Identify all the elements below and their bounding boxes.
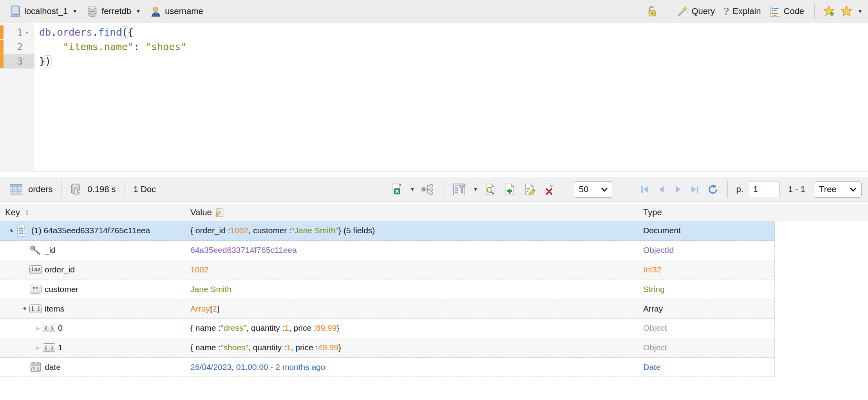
row-type: Int32 bbox=[638, 260, 775, 279]
row-value[interactable]: 1002 bbox=[185, 260, 638, 279]
question-mark-icon: ? bbox=[723, 5, 729, 18]
expand-arrow-icon[interactable]: ▶ bbox=[34, 325, 42, 331]
table-row[interactable]: ▶{ }1{ name : "shoes", quantity : 1, pri… bbox=[0, 338, 775, 358]
result-actions: ▼ ▼ bbox=[390, 177, 613, 202]
chevron-down-icon[interactable]: ▼ bbox=[473, 187, 478, 192]
date-icon bbox=[29, 361, 42, 373]
add-document-button[interactable] bbox=[503, 183, 517, 196]
row-value[interactable]: 64a35eed633714f765c11eea bbox=[185, 241, 638, 260]
user-info[interactable]: username bbox=[151, 6, 203, 17]
changed-line-marker bbox=[0, 40, 4, 54]
document-edit-icon bbox=[523, 183, 536, 196]
gutter-cell[interactable]: 1▾ bbox=[0, 25, 34, 40]
object-icon: { } bbox=[42, 343, 56, 352]
row-value[interactable]: Jane Smith bbox=[185, 279, 638, 299]
schema-diagram-icon bbox=[421, 184, 434, 195]
result-stats: orders 0.198 s 1 Doc bbox=[9, 177, 156, 202]
row-type: Date bbox=[638, 358, 775, 377]
gutter-cell[interactable]: 3 bbox=[0, 54, 34, 68]
changed-line-marker bbox=[0, 54, 4, 68]
query-editor[interactable]: 1▾db.orders.find({2 "items.name": "shoes… bbox=[0, 23, 868, 171]
row-value[interactable]: { name : "shoes", quantity : 1, price : … bbox=[185, 338, 638, 357]
table-row[interactable]: date26/04/2023, 01:00:00 - 2 months agoD… bbox=[0, 358, 775, 377]
table-row[interactable]: _id64a35eed633714f765c11eeaObjectId bbox=[0, 241, 775, 260]
chevron-down-icon bbox=[601, 187, 608, 192]
collapse-arrow-icon[interactable]: ▼ bbox=[20, 306, 29, 312]
next-page-icon[interactable] bbox=[673, 184, 684, 195]
database-name: ferretdb bbox=[101, 6, 131, 16]
code-text[interactable]: }) bbox=[34, 56, 51, 67]
user-icon bbox=[151, 6, 161, 17]
row-value[interactable]: { order_id : 1002, customer : "Jane Smit… bbox=[185, 221, 638, 240]
row-key: date bbox=[42, 362, 61, 372]
explain-button[interactable]: ? Explain bbox=[721, 5, 763, 18]
panel-splitter[interactable] bbox=[0, 171, 868, 177]
column-header-type[interactable]: Type bbox=[638, 204, 775, 221]
sort-icon[interactable]: ▲▼ bbox=[25, 209, 29, 216]
row-type: Object bbox=[638, 338, 775, 357]
gutter-cell[interactable]: 2 bbox=[0, 40, 34, 54]
row-key: customer bbox=[42, 285, 78, 294]
previous-page-icon[interactable] bbox=[656, 184, 667, 195]
delete-document-button[interactable] bbox=[542, 183, 556, 196]
edit-document-button[interactable] bbox=[523, 183, 537, 196]
view-mode-select[interactable]: Tree bbox=[814, 181, 862, 198]
table-row[interactable]: ▼(1) 64a35eed633714f765c11eea{ order_id … bbox=[0, 221, 775, 241]
key-header-label: Key bbox=[5, 207, 20, 218]
first-page-icon[interactable] bbox=[640, 184, 651, 195]
connection-selector[interactable]: localhost_1 ▼ bbox=[10, 5, 77, 17]
result-range: 1 - 1 bbox=[788, 184, 805, 195]
chevron-down-icon[interactable]: ▼ bbox=[136, 9, 141, 14]
row-value[interactable]: { name : "dress", quantity : 1, price : … bbox=[185, 319, 638, 338]
divider bbox=[443, 181, 443, 198]
divider bbox=[666, 4, 666, 19]
fold-arrow-icon[interactable]: ▾ bbox=[23, 29, 31, 36]
code-line[interactable]: 1▾db.orders.find({ bbox=[0, 25, 868, 40]
last-page-icon[interactable] bbox=[689, 184, 700, 195]
favorites-star-icon[interactable] bbox=[840, 5, 853, 18]
changed-line-marker bbox=[0, 25, 4, 39]
export-button[interactable] bbox=[390, 183, 404, 196]
results-toolbar: orders 0.198 s 1 Doc ▼ bbox=[0, 177, 868, 202]
code-text[interactable]: db.orders.find({ bbox=[34, 27, 134, 38]
page-number-input[interactable] bbox=[749, 182, 779, 197]
collapse-arrow-icon[interactable]: ▼ bbox=[7, 228, 16, 234]
lock-icon[interactable] bbox=[646, 5, 658, 18]
code-line[interactable]: 3}) bbox=[0, 54, 868, 68]
table-row[interactable]: i32order_id1002Int32 bbox=[0, 260, 775, 280]
grid-header: Key ▲▼ Value Type bbox=[0, 204, 868, 221]
chevron-down-icon[interactable]: ▼ bbox=[858, 9, 863, 14]
divider bbox=[125, 181, 125, 198]
code-line[interactable]: 2 "items.name": "shoes" bbox=[0, 40, 868, 54]
column-header-key[interactable]: Key ▲▼ bbox=[0, 204, 185, 221]
topbar: localhost_1 ▼ ferretdb ▼ username bbox=[0, 0, 868, 23]
expand-arrow-icon[interactable]: ▶ bbox=[34, 345, 42, 351]
chevron-down-icon[interactable]: ▼ bbox=[410, 187, 415, 192]
database-selector[interactable]: ferretdb ▼ bbox=[87, 5, 141, 17]
table-row[interactable]: ▼[ ]itemsArray[2]Array bbox=[0, 299, 775, 319]
column-header-value[interactable]: Value bbox=[185, 204, 638, 221]
query-button[interactable]: Query bbox=[674, 5, 717, 17]
schema-button[interactable] bbox=[420, 184, 434, 195]
table-row[interactable]: ""customerJane SmithString bbox=[0, 279, 775, 299]
row-value[interactable]: 26/04/2023, 01:00:00 - 2 months ago bbox=[185, 358, 638, 377]
add-favorite-star-icon[interactable] bbox=[823, 5, 836, 18]
code-button-label: Code bbox=[784, 6, 805, 16]
page-size-value: 50 bbox=[579, 184, 588, 195]
row-key: 1 bbox=[56, 343, 63, 352]
row-value[interactable]: Array[2] bbox=[185, 299, 638, 318]
row-type: ObjectId bbox=[638, 241, 775, 260]
code-button[interactable]: Code bbox=[767, 5, 807, 17]
refresh-icon[interactable] bbox=[707, 184, 719, 195]
code-text[interactable]: "items.name": "shoes" bbox=[34, 41, 186, 52]
query-time-icon bbox=[70, 183, 82, 196]
page-size-select[interactable]: 50 bbox=[574, 181, 613, 198]
row-type: Object bbox=[638, 319, 775, 338]
divider bbox=[727, 181, 728, 198]
view-settings-button[interactable] bbox=[452, 183, 467, 196]
notepad-edit-icon[interactable] bbox=[215, 207, 224, 218]
view-document-button[interactable] bbox=[483, 183, 497, 196]
document-delete-icon bbox=[543, 183, 555, 196]
table-row[interactable]: ▶{ }0{ name : "dress", quantity : 1, pri… bbox=[0, 319, 775, 338]
chevron-down-icon[interactable]: ▼ bbox=[72, 9, 77, 14]
